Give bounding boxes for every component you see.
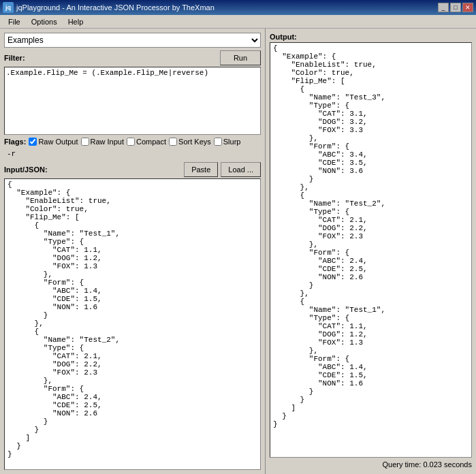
app-title: jqPlayground - An Interactive JSON Proce… [16, 3, 215, 12]
title-bar: jq jqPlayground - An Interactive JSON Pr… [0, 0, 476, 15]
json-textarea[interactable] [5, 179, 260, 469]
flags-section: Flags: Raw Output Raw Input Compact Sort… [4, 138, 261, 146]
raw-input-checkbox[interactable] [81, 138, 89, 146]
json-section: Input/JSON: Paste Load ... [4, 162, 261, 470]
right-panel: Output: { "Example": { "EnableList": tru… [266, 29, 476, 474]
flag-raw-input: Raw Input [81, 138, 125, 146]
app-icon: jq [3, 2, 14, 13]
menu-file[interactable]: File [3, 16, 26, 27]
flags-output-text: -r [4, 148, 261, 159]
menu-bar: File Options Help [0, 15, 476, 29]
compact-label: Compact [136, 138, 166, 146]
query-time: Query time: 0.023 seconds [270, 459, 472, 470]
json-buttons: Paste Load ... [184, 162, 261, 177]
title-bar-controls: _ □ ✕ [438, 3, 473, 12]
sort-keys-checkbox[interactable] [169, 138, 177, 146]
examples-dropdown-row: Examples [4, 33, 261, 48]
maximize-button[interactable]: □ [450, 3, 461, 12]
filter-section: Filter: Run [4, 50, 261, 135]
raw-output-checkbox[interactable] [29, 138, 37, 146]
examples-dropdown[interactable]: Examples [4, 33, 261, 48]
output-wrapper: { "Example": { "EnableList": true, "Colo… [270, 42, 472, 458]
json-textarea-wrapper [4, 178, 261, 470]
output-label: Output: [270, 33, 472, 41]
flags-label: Flags: [4, 138, 26, 146]
main-content: Examples Filter: Run Flags: Raw Output R… [0, 29, 476, 474]
raw-output-label: Raw Output [38, 138, 78, 146]
left-panel: Examples Filter: Run Flags: Raw Output R… [0, 29, 266, 474]
filter-label: Filter: [4, 54, 25, 62]
menu-help[interactable]: Help [63, 16, 89, 27]
json-label: Input/JSON: [4, 165, 48, 174]
json-header: Input/JSON: Paste Load ... [4, 162, 261, 177]
close-button[interactable]: ✕ [462, 3, 473, 12]
slurp-label: Slurp [223, 138, 241, 146]
sort-keys-label: Sort Keys [178, 138, 211, 146]
filter-container [4, 67, 261, 135]
flag-slurp: Slurp [214, 138, 241, 146]
raw-input-label: Raw Input [91, 138, 125, 146]
load-button[interactable]: Load ... [221, 162, 261, 177]
flag-sort-keys: Sort Keys [169, 138, 211, 146]
slurp-checkbox[interactable] [214, 138, 222, 146]
menu-options[interactable]: Options [26, 16, 63, 27]
compact-checkbox[interactable] [127, 138, 135, 146]
flag-compact: Compact [127, 138, 166, 146]
paste-button[interactable]: Paste [184, 162, 218, 177]
output-content[interactable]: { "Example": { "EnableList": true, "Colo… [270, 43, 471, 457]
minimize-button[interactable]: _ [438, 3, 449, 12]
title-bar-left: jq jqPlayground - An Interactive JSON Pr… [3, 2, 215, 13]
filter-textarea[interactable] [5, 67, 260, 134]
run-button[interactable]: Run [220, 50, 261, 65]
flag-raw-output: Raw Output [29, 138, 78, 146]
